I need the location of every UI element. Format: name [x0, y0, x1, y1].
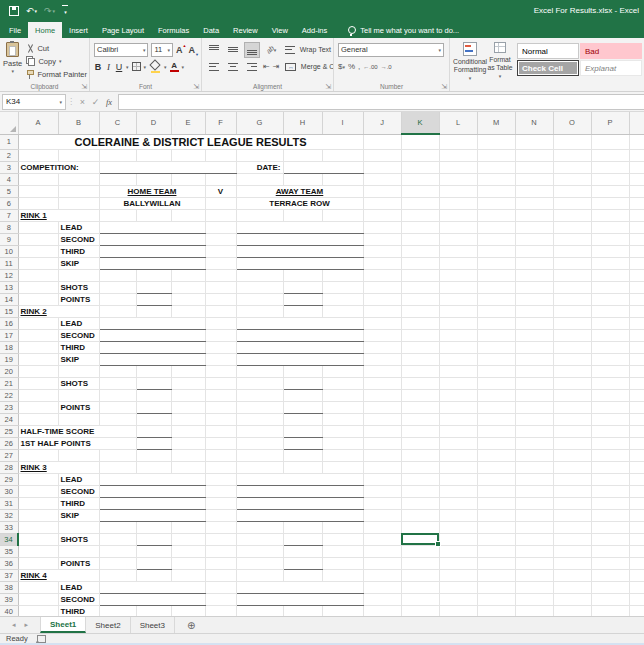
cell-A5[interactable] — [18, 185, 58, 197]
cell-A38[interactable] — [18, 581, 58, 593]
cell-E12[interactable] — [171, 269, 205, 281]
cell-overflow28[interactable] — [629, 461, 644, 473]
cell-K37[interactable] — [401, 569, 439, 581]
cell-M36[interactable] — [477, 557, 515, 569]
cell-F28[interactable] — [205, 461, 236, 473]
cell-L6[interactable] — [439, 197, 477, 209]
cell-M21[interactable] — [477, 377, 515, 389]
cell-K7[interactable] — [401, 209, 439, 221]
cell-B10[interactable]: THIRD — [58, 245, 99, 257]
cell-K10[interactable] — [401, 245, 439, 257]
cell-F24[interactable] — [205, 413, 236, 425]
cell-J27[interactable] — [363, 449, 401, 461]
style-normal[interactable]: Normal — [517, 43, 579, 59]
cell-A18[interactable] — [18, 341, 58, 353]
cell-B22[interactable] — [58, 389, 99, 401]
col-header-N[interactable]: N — [515, 112, 553, 134]
cell-J9[interactable] — [363, 233, 401, 245]
cell-A7[interactable]: RINK 1 — [18, 209, 99, 221]
cell-K5[interactable] — [401, 185, 439, 197]
cell-N14[interactable] — [515, 293, 553, 305]
cell-F29[interactable] — [205, 473, 236, 485]
cell-A25[interactable]: HALF-TIME SCORE — [18, 425, 136, 437]
cell-C17[interactable] — [99, 329, 205, 341]
cell-J7[interactable] — [363, 209, 401, 221]
cell-G26[interactable] — [236, 437, 283, 449]
cell-overflow40[interactable] — [629, 605, 644, 616]
style-bad[interactable]: Bad — [580, 43, 642, 59]
format-painter-button[interactable]: Format Painter — [26, 68, 87, 80]
cell-K26[interactable] — [401, 437, 439, 449]
cell-A21[interactable] — [18, 377, 58, 389]
cell-overflow16[interactable] — [629, 317, 644, 329]
cell-H3[interactable] — [283, 161, 363, 173]
cell-E40[interactable] — [171, 605, 205, 616]
sheet-tab-sheet1[interactable]: Sheet1 — [40, 617, 86, 633]
cell-M2[interactable] — [477, 149, 515, 161]
cell-N37[interactable] — [515, 569, 553, 581]
cell-G24[interactable] — [236, 413, 283, 425]
cell-L40[interactable] — [439, 605, 477, 616]
cell-M40[interactable] — [477, 605, 515, 616]
cell-J31[interactable] — [363, 497, 401, 509]
cell-G17[interactable] — [236, 329, 363, 341]
cell-L31[interactable] — [439, 497, 477, 509]
cell-P12[interactable] — [591, 269, 629, 281]
row-header-31[interactable]: 31 — [0, 497, 18, 509]
cell-I28[interactable] — [322, 461, 363, 473]
cell-B16[interactable]: LEAD — [58, 317, 99, 329]
cell-M10[interactable] — [477, 245, 515, 257]
cell-J20[interactable] — [363, 365, 401, 377]
cell-N26[interactable] — [515, 437, 553, 449]
cell-overflow5[interactable] — [629, 185, 644, 197]
cell-A24[interactable] — [18, 413, 58, 425]
cell-I37[interactable] — [322, 569, 363, 581]
cell-D23[interactable] — [136, 401, 171, 413]
cell-N32[interactable] — [515, 509, 553, 521]
cell-E26[interactable] — [171, 437, 205, 449]
cell-K23[interactable] — [401, 401, 439, 413]
cell-B17[interactable]: SECOND — [58, 329, 99, 341]
cell-C10[interactable] — [99, 245, 205, 257]
cell-L37[interactable] — [439, 569, 477, 581]
number-dialog-launcher[interactable]: ⇲ — [441, 83, 447, 91]
cell-C11[interactable] — [99, 257, 205, 269]
cell-F36[interactable] — [205, 557, 236, 569]
menu-tab-page-layout[interactable]: Page Layout — [95, 22, 151, 38]
cell-D4[interactable] — [136, 173, 171, 185]
cell-L29[interactable] — [439, 473, 477, 485]
cell-K12[interactable] — [401, 269, 439, 281]
cell-K9[interactable] — [401, 233, 439, 245]
cell-K13[interactable] — [401, 281, 439, 293]
cell-A11[interactable] — [18, 257, 58, 269]
cell-A34[interactable] — [18, 533, 58, 545]
cell-L10[interactable] — [439, 245, 477, 257]
cell-K34[interactable] — [401, 533, 439, 545]
cell-M38[interactable] — [477, 581, 515, 593]
cell-J38[interactable] — [363, 581, 401, 593]
cell-C36[interactable] — [99, 557, 136, 569]
cell-L16[interactable] — [439, 317, 477, 329]
row-header-13[interactable]: 13 — [0, 281, 18, 293]
cell-C40[interactable] — [99, 605, 136, 616]
cell-N4[interactable] — [515, 173, 553, 185]
cell-E36[interactable] — [171, 557, 205, 569]
cell-O1[interactable] — [553, 134, 591, 149]
cell-F20[interactable] — [205, 365, 236, 377]
cell-F10[interactable] — [205, 245, 236, 257]
cell-J18[interactable] — [363, 341, 401, 353]
cell-K29[interactable] — [401, 473, 439, 485]
menu-tab-review[interactable]: Review — [226, 22, 265, 38]
cell-L34[interactable] — [439, 533, 477, 545]
cell-P18[interactable] — [591, 341, 629, 353]
cell-F2[interactable] — [205, 149, 236, 161]
cell-P6[interactable] — [591, 197, 629, 209]
cell-F35[interactable] — [205, 545, 236, 557]
cell-A29[interactable] — [18, 473, 58, 485]
cell-overflow6[interactable] — [629, 197, 644, 209]
cell-M28[interactable] — [477, 461, 515, 473]
cell-G14[interactable] — [236, 293, 283, 305]
cell-M27[interactable] — [477, 449, 515, 461]
cell-overflow21[interactable] — [629, 377, 644, 389]
cell-H2[interactable] — [283, 149, 322, 161]
